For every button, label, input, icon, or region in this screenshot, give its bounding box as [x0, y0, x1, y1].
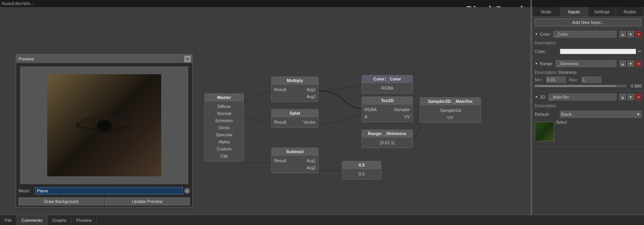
sampler2d-header-row: ▼ 2D ▲ ▼ ✕: [535, 93, 642, 101]
value05-node[interactable]: 0.5 0.5: [342, 161, 381, 179]
multiply-node[interactable]: Multiply Result Arg1 Arg2: [271, 77, 318, 102]
tex2d-row-rgba-sampler: RGBA Sampler: [364, 106, 410, 113]
tex2d-node[interactable]: Tex2D RGBA Sampler A UV: [362, 97, 413, 122]
sampler2d-up-icon[interactable]: ▲: [620, 94, 626, 100]
panel-tabs: Node Inputs Settings Nodes: [532, 7, 644, 17]
update-preview-button[interactable]: Update Preview: [105, 198, 190, 205]
range-down-icon[interactable]: ▼: [627, 60, 634, 67]
color-delete-icon[interactable]: ✕: [635, 31, 642, 37]
range-node-header: Range: _Shininess: [362, 130, 412, 137]
subtract-node[interactable]: Subtract Result Arg1 Arg2: [271, 148, 318, 173]
sampler2d-row-sampler2d: Sampler2d: [423, 107, 478, 114]
color-input-section: ▼ Color ▲ ▼ ✕ Description Color: ✏: [532, 28, 644, 58]
sampler2d-texture-row: Select: [535, 119, 642, 145]
master-port-emission: Emission: [207, 117, 241, 124]
master-port-diffuse: Diffuse: [207, 103, 241, 110]
color-picker[interactable]: [560, 49, 636, 54]
range-min-field[interactable]: [546, 77, 566, 83]
add-input-section: Add New Input...: [532, 17, 644, 28]
sampler2d-default-row: Default: Black ▼: [535, 110, 642, 119]
draw-background-button[interactable]: Draw Background: [18, 198, 104, 205]
color-color-label: Color:: [535, 49, 558, 54]
splat-node-body: Result Vector: [272, 117, 318, 127]
color-node-body: RGBA: [362, 83, 412, 93]
color-node[interactable]: Color: _Color RGBA: [362, 75, 413, 93]
bottom-bar: File Comments Graphs Preview: [0, 215, 644, 225]
sampler2d-field-name[interactable]: [548, 93, 616, 101]
sampler2d-delete-icon[interactable]: ✕: [635, 94, 642, 100]
sampler2d-section-label: 2D: [540, 95, 545, 99]
color-section-label: Color: [540, 32, 550, 37]
sampler2d-node-body: Sampler2d UV: [420, 105, 480, 123]
sampler2d-down-icon[interactable]: ▼: [627, 94, 634, 100]
sampler2d-dropdown-arrow-icon: ▼: [636, 112, 640, 117]
range-min-label: Min:: [535, 77, 543, 82]
window-title: NodeEditorWin...: [2, 1, 34, 6]
preview-titlebar: Preview ✕: [16, 55, 192, 63]
master-port-custom: Custom: [207, 145, 241, 152]
bottom-tab-file[interactable]: File: [0, 215, 17, 225]
mesh-dot-icon[interactable]: ●: [184, 188, 190, 194]
tab-inputs[interactable]: Inputs: [560, 7, 588, 16]
preview-title: Preview: [18, 57, 34, 61]
texture-preview: [535, 122, 554, 141]
texture-preview-image: [535, 122, 554, 141]
range-node[interactable]: Range: _Shininess [0.01,1]: [362, 130, 413, 148]
mesh-input[interactable]: [35, 187, 183, 194]
sampler2d-node-header: Sampler2D: _MainTex: [420, 98, 480, 105]
master-port-specular: Specular: [207, 131, 241, 138]
multiply-node-header: Multiply: [272, 77, 318, 84]
preview-close-button[interactable]: ✕: [184, 56, 191, 62]
range-slider-fill: [535, 85, 616, 87]
tex2d-row-a-uv: A UV: [364, 113, 410, 120]
sampler2d-node[interactable]: Sampler2D: _MainTex Sampler2d UV: [420, 97, 481, 123]
mesh-label: Mesh:: [18, 188, 33, 193]
value05-node-header: 0.5: [342, 161, 381, 169]
range-node-body: [0.01,1]: [362, 137, 412, 148]
range-description-label: Description: [535, 69, 556, 75]
value05-node-body: 0.5: [342, 169, 381, 179]
multiply-row-arg2: Arg2: [274, 93, 316, 100]
master-port-normal: Normal: [207, 110, 241, 117]
color-field-name[interactable]: [553, 31, 616, 38]
tab-nodes[interactable]: Nodes: [616, 7, 644, 16]
range-slider-value: 0.886: [628, 84, 642, 88]
range-slider-track[interactable]: [535, 85, 626, 87]
tab-settings[interactable]: Settings: [588, 7, 616, 16]
tex2d-node-body: RGBA Sampler A UV: [362, 104, 412, 122]
color-down-icon[interactable]: ▼: [627, 31, 634, 37]
add-new-input-button[interactable]: Add New Input...: [535, 18, 642, 26]
bottom-tab-graphs[interactable]: Graphs: [48, 215, 72, 225]
color-description-row: Description: [535, 38, 642, 47]
range-description-value: Shininess: [558, 70, 577, 75]
range-delete-icon[interactable]: ✕: [635, 60, 642, 67]
range-field-name[interactable]: [556, 60, 616, 67]
master-node-header: Master: [205, 94, 243, 101]
resize-handle[interactable]: [530, 0, 532, 225]
preview-buttons: Draw Background Update Preview: [16, 198, 192, 205]
range-input-section: ▼ Range ▲ ▼ ✕ Description Shininess Min:…: [532, 58, 644, 91]
range-arrow-icon: ▼: [535, 62, 538, 66]
splat-node[interactable]: Splat Result Vector: [271, 109, 318, 128]
master-node-body: Diffuse Normal Emission Gloss Specular A…: [205, 101, 243, 161]
preview-window[interactable]: Preview ✕ Mesh: ● Draw Background Update…: [16, 54, 193, 207]
sampler2d-default-dropdown[interactable]: Black ▼: [560, 111, 642, 118]
tab-node[interactable]: Node: [532, 7, 560, 16]
tex2d-node-header: Tex2D: [362, 97, 412, 104]
sampler2d-input-section: ▼ 2D ▲ ▼ ✕ Description Default: Black ▼ …: [532, 91, 644, 146]
range-up-icon[interactable]: ▲: [620, 60, 626, 67]
range-row-value: [0.01,1]: [364, 139, 410, 146]
bottom-tab-comments[interactable]: Comments: [17, 215, 48, 225]
range-max-field[interactable]: [581, 77, 601, 83]
sampler2d-description-row: Description: [535, 101, 642, 110]
color-row-rgba: RGBA: [364, 84, 410, 91]
master-port-alpha: Alpha: [207, 138, 241, 145]
master-node[interactable]: Master Diffuse Normal Emission Gloss Spe…: [204, 93, 244, 161]
color-up-icon[interactable]: ▲: [620, 31, 626, 37]
subtract-node-header: Subtract: [272, 148, 318, 155]
sampler2d-select-button[interactable]: Select: [556, 120, 568, 124]
subtract-row-arg2: Arg2: [274, 164, 316, 171]
bottom-tab-preview[interactable]: Preview: [72, 215, 97, 225]
pencil-icon[interactable]: ✏: [638, 49, 642, 54]
subtract-row-result-arg1: Result Arg1: [274, 157, 316, 164]
